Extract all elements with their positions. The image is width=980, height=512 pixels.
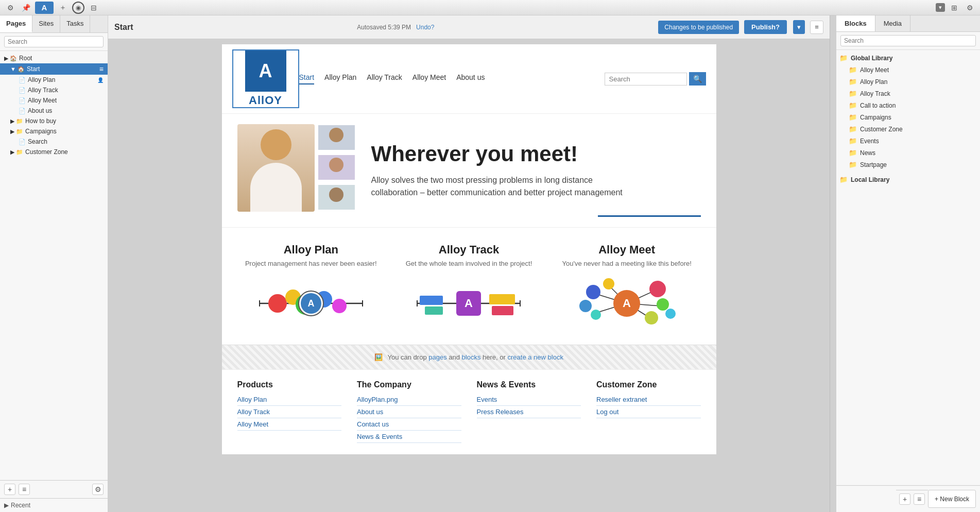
right-add-btn[interactable]: + — [899, 493, 910, 505]
changes-to-publish-btn[interactable]: Changes to be published — [658, 21, 739, 34]
tree-item-search[interactable]: 📄 Search — [0, 136, 108, 147]
nav-about-us[interactable]: About us — [456, 73, 485, 84]
rt-events[interactable]: 📁 Events — [836, 135, 980, 147]
hero-section: Wherever you meet! Alloy solves the two … — [222, 114, 716, 227]
tab-blocks[interactable]: Blocks — [836, 15, 875, 31]
hero-thumb3 — [317, 184, 356, 211]
rt-customer-zone[interactable]: 📁 Customer Zone — [836, 123, 980, 135]
nav-alloy-meet[interactable]: Alloy Meet — [412, 73, 446, 84]
tab-media[interactable]: Media — [875, 15, 910, 31]
svg-rect-17 — [492, 306, 513, 315]
site-footer: Products Alloy Plan Alloy Track Alloy Me… — [222, 369, 716, 454]
footer-link-logout[interactable]: Log out — [596, 407, 701, 418]
footer-link-alloy-track[interactable]: Alloy Track — [237, 407, 342, 418]
tree-item-alloy-plan[interactable]: 📄 Alloy Plan 👤 — [0, 75, 108, 85]
hero-text: Wherever you meet! Alloy solves the two … — [361, 142, 701, 199]
right-search-input[interactable] — [840, 35, 976, 46]
footer-link-contact-us[interactable]: Contact us — [357, 419, 461, 431]
nav-alloy-plan[interactable]: Alloy Plan — [324, 73, 356, 84]
footer-link-press-releases[interactable]: Press Releases — [477, 407, 581, 418]
tree-item-start[interactable]: ▼ 🏠 Start ≡ — [0, 63, 108, 75]
rt-campaigns[interactable]: 📁 Campaigns — [836, 111, 980, 123]
tab-sites[interactable]: Sites — [32, 15, 60, 32]
recent-section[interactable]: ▶ Recent — [0, 498, 108, 512]
preview-icon[interactable]: ◉ — [72, 2, 84, 14]
left-panel-search-area — [0, 33, 108, 51]
rt-alloy-track[interactable]: 📁 Alloy Track — [836, 88, 980, 99]
rt-news-label: News — [860, 149, 875, 157]
rt-alloy-meet[interactable]: 📁 Alloy Meet — [836, 64, 980, 76]
nav-start[interactable]: Start — [299, 73, 315, 84]
footer-link-news-events[interactable]: News & Events — [357, 432, 461, 443]
tree-item-campaigns[interactable]: ▶ 📁 Campaigns — [0, 126, 108, 136]
footer-link-alloy-plan[interactable]: Alloy Plan — [237, 395, 342, 406]
tree-label-alloy-plan: Alloy Plan — [28, 76, 97, 83]
right-panel-icon[interactable]: ⊞ — [948, 2, 960, 14]
svg-point-28 — [591, 310, 601, 320]
footer-link-alloyplan-png[interactable]: AlloyPlan.png — [357, 395, 461, 406]
tree-item-root[interactable]: ▶ 🏠 Root — [0, 53, 108, 63]
drop-blocks-link[interactable]: blocks — [462, 353, 481, 361]
collapse-btn[interactable]: ▾ — [936, 3, 945, 12]
publish-dropdown-btn[interactable]: ▾ — [793, 20, 805, 34]
tree-label-about: About us — [28, 107, 104, 114]
publish-btn[interactable]: Publish? — [744, 20, 787, 34]
page-title: Start — [114, 23, 133, 32]
tree-label-alloy-meet: Alloy Meet — [28, 97, 104, 104]
right-panel-tabs: Blocks Media — [836, 15, 980, 32]
footer-link-alloy-meet[interactable]: Alloy Meet — [237, 419, 342, 431]
right-gear-icon[interactable]: ⚙ — [964, 2, 976, 14]
footer-link-about-us[interactable]: About us — [357, 407, 461, 418]
active-page-btn[interactable]: A — [35, 2, 54, 14]
global-library-folder-icon: 📁 — [839, 54, 848, 62]
rt-alloy-plan[interactable]: 📁 Alloy Plan — [836, 76, 980, 88]
gear-icon[interactable]: ⚙ — [4, 2, 16, 14]
tree-item-how-to-buy[interactable]: ▶ 📁 How to buy — [0, 116, 108, 126]
alloy-track-graphic: A — [397, 278, 541, 329]
tab-tasks[interactable]: Tasks — [60, 15, 90, 32]
view-options-btn[interactable]: ≡ — [810, 21, 823, 34]
tree-label-campaigns: Campaigns — [25, 128, 104, 135]
alloy-plan-graphic: A — [239, 278, 383, 329]
tree-label-root: Root — [19, 55, 104, 62]
right-list-btn[interactable]: ≡ — [914, 493, 925, 505]
tree-item-about-us[interactable]: 📄 About us — [0, 106, 108, 116]
plus-icon[interactable]: ＋ — [57, 2, 69, 14]
footer-link-reseller[interactable]: Reseller extranet — [596, 395, 701, 406]
footer-company: The Company AlloyPlan.png About us Conta… — [357, 380, 461, 444]
global-library-item[interactable]: 📁 Global Library — [836, 52, 980, 64]
settings-btn[interactable]: ⚙ — [92, 484, 104, 495]
drop-and: and — [449, 353, 461, 361]
center-scrollbar[interactable] — [830, 15, 836, 512]
rt-startpage[interactable]: 📁 Startpage — [836, 159, 980, 170]
product-alloy-meet: Alloy Meet You've never had a meeting li… — [555, 243, 699, 329]
search-page-icon: 📄 — [19, 139, 26, 145]
local-library-item[interactable]: 📁 Local Library — [836, 174, 980, 185]
undo-link[interactable]: Undo? — [416, 24, 434, 31]
drop-suffix: here, or — [483, 353, 507, 361]
tab-pages[interactable]: Pages — [0, 15, 32, 32]
tree-item-alloy-track[interactable]: 📄 Alloy Track — [0, 85, 108, 95]
tree-item-alloy-meet[interactable]: 📄 Alloy Meet — [0, 95, 108, 106]
site-search-input[interactable] — [605, 73, 687, 86]
add-page-btn[interactable]: + — [4, 484, 15, 495]
compare-icon[interactable]: ⊟ — [88, 2, 100, 14]
svg-rect-14 — [420, 296, 443, 305]
nav-alloy-track[interactable]: Alloy Track — [367, 73, 402, 84]
new-block-btn[interactable]: + New Block — [928, 490, 976, 508]
drop-pages-link[interactable]: pages — [428, 353, 446, 361]
create-block-link[interactable]: create a new block — [508, 353, 563, 361]
footer-news-events: News & Events Events Press Releases — [477, 380, 581, 444]
tree-item-customer-zone[interactable]: ▶ 📁 Customer Zone — [0, 147, 108, 157]
list-menu-btn[interactable]: ≡ — [19, 484, 30, 495]
logo-letter: A — [259, 60, 272, 82]
footer-link-events[interactable]: Events — [477, 395, 581, 406]
left-search-input[interactable] — [4, 36, 104, 47]
site-search-btn[interactable]: 🔍 — [689, 72, 706, 86]
start-menu-icon[interactable]: ≡ — [99, 65, 104, 73]
pin-icon[interactable]: 📌 — [20, 2, 32, 14]
rt-news[interactable]: 📁 News — [836, 147, 980, 159]
svg-point-30 — [649, 281, 666, 297]
product-meet-title: Alloy Meet — [555, 243, 699, 257]
rt-call-to-action[interactable]: 📁 Call to action — [836, 99, 980, 111]
